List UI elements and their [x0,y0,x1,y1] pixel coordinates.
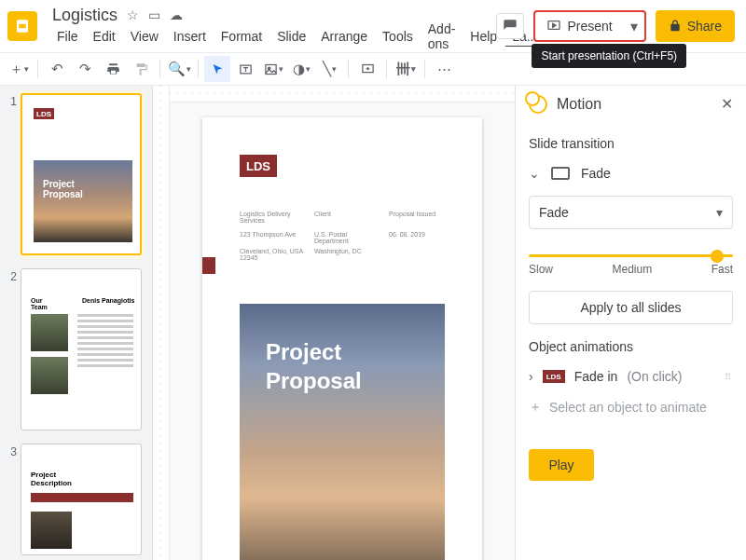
transition-select[interactable]: Fade ▾ [529,196,733,229]
chevron-down-icon: ⌄ [529,166,540,181]
menu-slide[interactable]: Slide [270,27,312,46]
horizontal-ruler[interactable] [170,86,515,102]
share-label: Share [687,19,722,34]
present-button[interactable]: Present ▾ [533,10,645,42]
close-panel-button[interactable]: ✕ [721,95,733,113]
app-header: Logistics ☆ ▭ ☁ File Edit View Insert Fo… [0,0,746,52]
panel-title: Motion [557,96,711,113]
plus-icon: ＋ [529,399,542,416]
menu-bar: File Edit View Insert Format Slide Arran… [45,25,489,48]
motion-panel: Motion ✕ Slide transition ⌄ Fade Fade ▾ [515,86,746,560]
animation-row[interactable]: › LDS Fade in (On click) ⠿ [529,369,733,384]
cloud-icon: ☁ [170,7,183,22]
animation-object-icon: LDS [543,370,565,383]
slide-number: 1 [4,93,17,255]
comment-history-button[interactable] [496,13,524,39]
chevron-right-icon: › [529,369,533,384]
menu-addons[interactable]: Add-ons [421,20,463,53]
canvas-area: LDS Logistics Delivery Services Client P… [153,86,515,560]
transition-name: Fade [581,166,611,181]
document-title[interactable]: Logistics [52,6,117,25]
menu-view[interactable]: View [124,27,165,46]
undo-button[interactable]: ↶ [44,56,70,82]
zoom-button[interactable]: 🔍▾ [166,56,192,82]
filmstrip: 1 LDS Project Proposal 2 Our Team Denis … [0,86,153,560]
present-label: Present [567,19,612,34]
move-icon[interactable]: ▭ [148,7,160,22]
image-tool[interactable]: ▾ [260,56,286,82]
print-button[interactable] [100,56,126,82]
transition-row[interactable]: ⌄ Fade [529,166,733,181]
speed-medium: Medium [612,263,652,276]
transition-tool[interactable]: 卌▾ [393,56,419,82]
section-animations-title: Object animations [529,339,733,354]
menu-arrange[interactable]: Arrange [314,27,374,46]
slide-number: 3 [4,444,17,555]
slide-number: 2 [4,268,17,430]
present-dropdown[interactable]: ▾ [624,12,644,40]
slide-thumbnail-3[interactable]: Project Description [21,444,142,555]
menu-format[interactable]: Format [214,27,269,46]
redo-button[interactable]: ↷ [72,56,98,82]
thumb-logo: LDS [34,108,54,119]
menu-edit[interactable]: Edit [87,27,122,46]
slide-logo: LDS [240,155,277,177]
textbox-tool[interactable] [232,56,258,82]
star-icon[interactable]: ☆ [127,7,139,22]
slide-hero-title: Project Proposal [266,337,362,395]
svg-rect-1 [19,24,26,29]
animation-trigger: (On click) [627,369,682,384]
menu-file[interactable]: File [50,27,85,46]
menu-tools[interactable]: Tools [376,27,420,46]
slide-thumbnail-2[interactable]: Our Team Denis Panagiotis [21,268,142,430]
slide-hero-image: Project Proposal [240,304,445,560]
select-tool[interactable] [204,56,230,82]
speed-slow: Slow [529,263,553,276]
comment-tool[interactable] [354,56,380,82]
slide-thumbnail-1[interactable]: LDS Project Proposal [21,93,142,255]
vertical-ruler[interactable] [153,86,170,560]
add-animation-hint[interactable]: ＋ Select an object to animate [529,399,733,416]
menu-insert[interactable]: Insert [167,27,213,46]
duration-slider[interactable] [529,250,733,263]
animation-name: Fade in [574,369,618,384]
thumb-title: Project Proposal [43,179,83,199]
shape-tool[interactable]: ◑▾ [288,56,314,82]
paint-format-button[interactable] [128,56,154,82]
speed-fast: Fast [711,263,733,276]
more-tools[interactable]: ⋯ [431,56,457,82]
slide-meta: Logistics Delivery Services Client Propo… [240,211,454,261]
slide-icon [551,167,570,180]
svg-rect-4 [265,64,275,74]
section-transition-title: Slide transition [529,136,733,151]
apply-all-button[interactable]: Apply to all slides [529,291,733,324]
share-button[interactable]: Share [656,10,735,42]
new-slide-button[interactable]: ＋▾ [6,56,32,82]
drag-handle-icon[interactable]: ⠿ [725,372,733,382]
motion-icon [529,95,547,114]
line-tool[interactable]: ╲▾ [316,56,342,82]
play-button[interactable]: Play [529,449,594,481]
slides-logo [7,11,37,41]
chevron-down-icon: ▾ [716,205,723,220]
slide-canvas[interactable]: LDS Logistics Delivery Services Client P… [202,117,482,560]
present-tooltip: Start presentation (Ctrl+F5) [532,44,686,68]
